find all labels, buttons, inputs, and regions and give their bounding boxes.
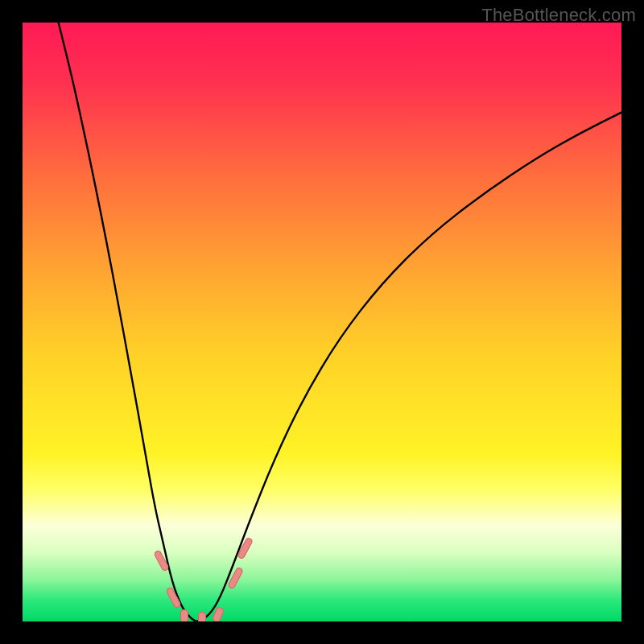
plot-area xyxy=(23,23,621,621)
curve-marker xyxy=(198,612,206,621)
curve-marker xyxy=(180,609,188,621)
curve-marker xyxy=(165,586,181,609)
curve-marker xyxy=(237,537,254,560)
curve-marker xyxy=(227,566,244,589)
curve-marker xyxy=(153,549,169,572)
curve-marker xyxy=(212,606,225,621)
markers-layer xyxy=(23,23,621,621)
chart-frame: TheBottleneck.com xyxy=(0,0,644,644)
